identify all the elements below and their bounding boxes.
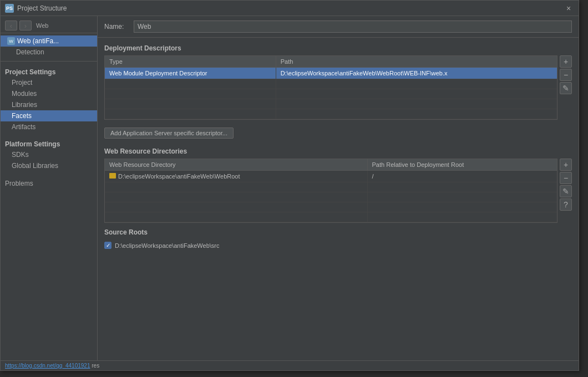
title-bar: PS Project Structure × [1,1,579,16]
status-suffix: res [90,363,99,369]
status-bar: https://blog.csdn.net/qq_44101921 res [1,360,579,370]
remove-descriptor-button[interactable]: − [560,69,572,81]
sidebar-item-problems[interactable]: Problems [1,178,97,189]
table-empty-row [105,192,557,202]
pencil-icon: ✎ [562,187,569,196]
source-root-path: D:\eclipseWorkspace\antiFakeWeb\src [115,242,220,249]
web-resource-directory: D:\eclipseWorkspace\antiFakeWeb\WebRoot [105,171,367,182]
problems-label: Problems [5,180,33,187]
sidebar-divider-1 [1,61,97,62]
edit-descriptor-button[interactable]: ✎ [560,82,572,94]
plus-icon: + [564,160,568,169]
web-resource-side-buttons: + − ✎ ? [560,159,572,223]
project-structure-dialog: PS Project Structure × ‹ › Web W Web (an… [0,0,579,371]
deployment-descriptors-title: Deployment Descriptors [104,44,572,52]
web-resource-directories-title: Web Resource Directories [104,147,572,155]
sidebar-item-facets[interactable]: Facets [1,110,97,121]
table-empty-row [105,109,557,119]
sidebar-nav-buttons: ‹ › Web [1,18,97,33]
dialog-body: ‹ › Web W Web (antiFa... Detection Proje… [1,16,579,370]
question-icon: ? [564,200,568,209]
title-bar-left: PS Project Structure [5,4,67,13]
web-resource-directories-table: Web Resource Directory Path Relative to … [105,159,557,222]
sidebar-item-detection[interactable]: Detection [1,47,97,58]
web-tree-node: Web [36,22,48,29]
table-row[interactable]: D:\eclipseWorkspace\antiFakeWeb\WebRoot … [105,171,557,182]
close-button[interactable]: × [563,3,574,14]
table-empty-row [105,212,557,222]
folder-icon [109,173,116,179]
table-empty-row [105,99,557,109]
relative-path: / [367,171,557,182]
app-icon: PS [5,4,14,13]
help-web-resource-button[interactable]: ? [560,198,572,211]
detection-label: Detection [16,48,44,56]
col-header-relative-path: Path Relative to Deployment Root [367,159,557,171]
source-root-checkbox[interactable]: ✓ [104,242,111,249]
dialog-title: Project Structure [17,4,67,12]
sidebar-item-global-libraries[interactable]: Global Libraries [1,160,97,171]
source-root-row: ✓ D:\eclipseWorkspace\antiFakeWeb\src [104,240,572,251]
deployment-descriptors-table: Type Path Web Module Deployment Descript… [105,56,557,119]
pencil-icon: ✎ [562,84,569,93]
table-empty-row [105,182,557,192]
minus-icon: − [564,70,568,79]
sidebar-item-libraries[interactable]: Libraries [1,99,97,110]
forward-button[interactable]: › [19,21,32,30]
platform-settings-label: Platform Settings [1,137,97,149]
source-roots-title: Source Roots [104,228,572,236]
edit-web-resource-button[interactable]: ✎ [560,185,572,197]
table-row[interactable]: Web Module Deployment Descriptor D:\ecli… [105,68,557,79]
col-header-web-resource-dir: Web Resource Directory [105,159,367,171]
check-icon: ✓ [106,242,110,248]
table-empty-row [105,89,557,99]
web-child-label: Web (antiFa... [17,37,59,45]
main-content: Name: Deployment Descriptors Type Path [98,16,579,370]
add-descriptor-button[interactable]: + [560,55,572,68]
deployment-side-buttons: + − ✎ [560,55,572,120]
content-area: Deployment Descriptors Type Path [98,38,579,370]
name-input[interactable] [134,21,572,33]
descriptor-type: Web Module Deployment Descriptor [105,68,276,79]
remove-web-resource-button[interactable]: − [560,172,572,184]
add-app-server-descriptor-button[interactable]: Add Application Server specific descript… [104,128,234,139]
sidebar-item-artifacts[interactable]: Artifacts [1,121,97,133]
sidebar-item-modules[interactable]: Modules [1,88,97,99]
sidebar-item-sdks[interactable]: SDKs [1,149,97,160]
table-empty-row [105,79,557,89]
back-button[interactable]: ‹ [5,21,17,30]
web-resource-directories-section: Web Resource Directory Path Relative to … [104,159,572,223]
add-web-resource-button[interactable]: + [560,159,572,171]
web-facet-icon: W [7,37,15,45]
sidebar-item-web-child[interactable]: W Web (antiFa... [1,35,97,47]
descriptor-path: D:\eclipseWorkspace\antiFakeWeb\WebRoot\… [276,68,557,79]
table-empty-row [105,202,557,212]
plus-icon: + [564,57,568,66]
deployment-descriptors-table-container: Type Path Web Module Deployment Descript… [104,55,557,120]
project-settings-label: Project Settings [1,65,97,77]
sidebar-item-project[interactable]: Project [1,77,97,88]
deployment-descriptors-table-section: Type Path Web Module Deployment Descript… [104,55,572,120]
name-row: Name: [98,16,579,38]
minus-icon: − [564,174,568,182]
web-resource-table-container: Web Resource Directory Path Relative to … [104,159,557,223]
sidebar: ‹ › Web W Web (antiFa... Detection Proje… [1,16,98,370]
name-label: Name: [104,23,129,30]
status-link[interactable]: https://blog.csdn.net/qq_44101921 [5,363,90,369]
col-header-type: Type [105,56,276,68]
col-header-path: Path [276,56,557,68]
